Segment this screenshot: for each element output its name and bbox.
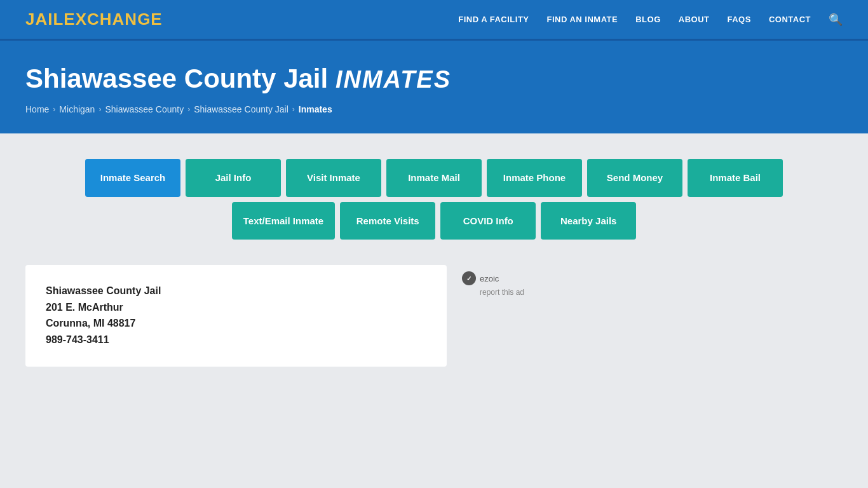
nav-contact[interactable]: CONTACT [769,15,811,24]
jail-name: Shiawassee County Jail 201 E. McArthur C… [46,283,426,332]
breadcrumb: Home › Michigan › Shiawassee County › Sh… [25,104,843,114]
breadcrumb-county[interactable]: Shiawassee County [105,104,184,114]
breadcrumb-michigan[interactable]: Michigan [59,104,95,114]
btn-text-email[interactable]: Text/Email Inmate [232,202,335,240]
main-content: Inmate Search Jail Info Visit Inmate Inm… [0,133,868,392]
ezoic-label: ezoic [480,274,499,283]
logo-jail: JAIL [25,10,64,29]
hero-banner: Shiawassee County Jail INMATES Home › Mi… [0,41,868,133]
btn-inmate-search[interactable]: Inmate Search [85,159,180,197]
site-logo[interactable]: JAILEXCHANGE [25,10,163,29]
button-row-1: Inmate Search Jail Info Visit Inmate Inm… [85,159,783,197]
breadcrumb-sep-1: › [53,105,55,114]
title-italic: INMATES [336,66,451,93]
nav-find-facility[interactable]: FIND A FACILITY [458,15,529,24]
breadcrumb-sep-2: › [98,105,101,114]
jail-info-card: Shiawassee County Jail 201 E. McArthur C… [25,265,447,367]
ezoic-badge: ✓ ezoic [462,271,499,285]
nav-about[interactable]: ABOUT [679,15,710,24]
page-title: Shiawassee County Jail INMATES [25,64,843,94]
ezoic-logo-icon: ✓ [462,271,476,285]
btn-jail-info[interactable]: Jail Info [186,159,281,197]
nav-blog[interactable]: BLOG [635,15,661,24]
breadcrumb-current: Inmates [299,104,332,114]
btn-send-money[interactable]: Send Money [587,159,682,197]
main-nav: FIND A FACILITY FIND AN INMATE BLOG ABOU… [458,13,843,27]
btn-covid-info[interactable]: COVID Info [440,202,536,240]
search-icon[interactable]: 🔍 [829,13,843,27]
title-main: Shiawassee County Jail [25,64,328,93]
btn-inmate-bail[interactable]: Inmate Bail [688,159,783,197]
button-row-2: Text/Email Inmate Remote Visits COVID In… [232,202,636,240]
nav-find-inmate[interactable]: FIND AN INMATE [547,15,618,24]
breadcrumb-sep-4: › [292,105,295,114]
jail-phone: 989-743-3411 [46,334,426,346]
action-buttons: Inmate Search Jail Info Visit Inmate Inm… [25,159,843,240]
btn-inmate-mail[interactable]: Inmate Mail [386,159,482,197]
btn-nearby-jails[interactable]: Nearby Jails [541,202,636,240]
content-row: Shiawassee County Jail 201 E. McArthur C… [25,265,843,367]
nav-faqs[interactable]: FAQs [728,15,751,24]
btn-inmate-phone[interactable]: Inmate Phone [487,159,582,197]
logo-exchange: EXCHANGE [64,10,162,29]
btn-remote-visits[interactable]: Remote Visits [340,202,435,240]
site-header: JAILEXCHANGE FIND A FACILITY FIND AN INM… [0,0,868,41]
breadcrumb-sep-3: › [187,105,190,114]
breadcrumb-home[interactable]: Home [25,104,49,114]
btn-visit-inmate[interactable]: Visit Inmate [286,159,381,197]
report-ad-link[interactable]: report this ad [480,288,524,297]
ad-area: ✓ ezoic report this ad [462,265,843,367]
breadcrumb-jail[interactable]: Shiawassee County Jail [194,104,288,114]
